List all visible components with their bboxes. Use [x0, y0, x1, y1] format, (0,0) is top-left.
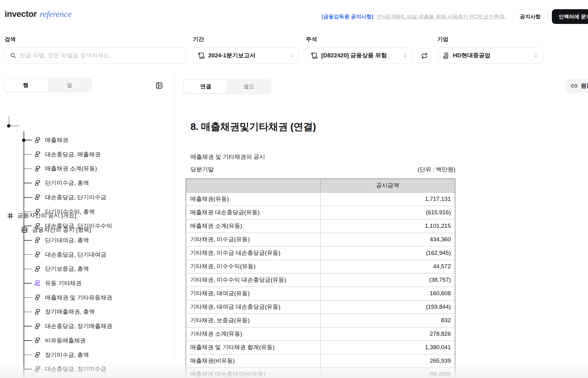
- tree-connector: [9, 116, 9, 125]
- tab-separate[interactable]: 별도: [228, 80, 271, 93]
- tree-item-label: 장기미수금, 총액: [45, 351, 89, 359]
- tree-connector: [24, 169, 32, 169]
- company-value: HD현대중공업: [453, 52, 530, 59]
- row-label: 기타채권, 미수금(유동): [186, 233, 320, 246]
- row-value: 434,360: [320, 233, 455, 246]
- tree-item-label: 대손충당금, 단기미수수익: [45, 222, 112, 230]
- notice-tag[interactable]: [금융감독원 공지사항]: [322, 13, 373, 20]
- tree-item-label: 매출채권: [45, 136, 68, 144]
- table-row: 기타채권, 대여금 대손충당금(유동)(159,844): [186, 300, 455, 314]
- table-row: 기타채권, 미수금(유동)434,360: [186, 233, 455, 246]
- table-row: 기타채권, 미수수익 대손충당금(유동)(38,757): [186, 273, 455, 287]
- logo-brand: invector: [5, 9, 37, 19]
- disclosure-table: 공시금액 매출채권(유동)1,717,131매출채권 대손충당금(유동)(615…: [186, 178, 455, 378]
- tree-connector: [24, 340, 32, 341]
- row-value: 1,380,041: [320, 341, 455, 354]
- tree-item[interactable]: 단기보증금, 총액: [34, 262, 89, 276]
- tree-item[interactable]: 장기미수금, 총액: [34, 348, 89, 362]
- row-value: (615,916): [320, 206, 455, 219]
- tree-item-label: 대손충당금, 매출채권: [45, 151, 101, 158]
- notice-link[interactable]: [안내] XBRL 파일 제출을 위해 사용중인 PC의 보안환경...: [377, 13, 506, 20]
- tree-node-icon: [34, 180, 41, 187]
- table-row: 기타채권 소계(유동)278,826: [186, 327, 455, 341]
- row-label: 기타채권, 대여금 대손충당금(유동): [186, 300, 320, 314]
- tab-rows[interactable]: 행: [4, 78, 48, 92]
- app-window: invector reference [금융감독원 공지사항] [안내] XBR…: [0, 0, 588, 378]
- tree-item-label: 대손충당금, 단기대여금: [45, 251, 107, 259]
- company-select[interactable]: HD현대중공업: [437, 47, 543, 64]
- source-button-label: 원본: [581, 82, 588, 90]
- tree-item-label: 매출채권 및 기타유동채권: [45, 294, 112, 302]
- tree-item[interactable]: 대손충당금, 매출채권: [34, 147, 101, 162]
- row-label: 매출채권 소계(유동): [186, 219, 320, 233]
- tree-connector: [24, 269, 32, 269]
- tree-item[interactable]: 매출채권 소계(유동): [34, 162, 97, 176]
- axis-tabs: 행 열: [3, 78, 92, 93]
- tree-item-label: 유동 기타채권: [45, 279, 81, 287]
- tree-item[interactable]: 대손충당금, 단기대여금: [34, 248, 107, 262]
- tree-node-icon: [34, 223, 41, 230]
- tree-connector: [24, 212, 32, 212]
- table-row: 매출채권(비유동)265,939: [186, 354, 455, 368]
- row-label: 매출채권 및 기타채권 합계(유동): [186, 341, 320, 354]
- tree-connector: [24, 254, 32, 255]
- row-value: 265,939: [320, 354, 455, 368]
- database-icon: [21, 226, 28, 234]
- tree-connector: [24, 297, 32, 298]
- row-value: 278,826: [320, 327, 455, 341]
- search-input[interactable]: [20, 52, 181, 59]
- row-label: 기타채권, 미수수익 대손충당금(유동): [186, 273, 320, 287]
- tree-item[interactable]: 매출채권 및 기타유동채권: [34, 291, 112, 305]
- tab-columns[interactable]: 열: [48, 78, 92, 92]
- content-divider: [175, 100, 588, 101]
- row-label: 기타채권, 대여금(유동): [186, 287, 320, 300]
- row-value: 832: [320, 314, 455, 327]
- table-header-empty: [186, 179, 320, 192]
- footnote-select[interactable]: [D822420] 금융상품 위험: [306, 47, 413, 64]
- tree-item[interactable]: 장기매출채권, 총액: [34, 305, 95, 319]
- swap-icon: [421, 52, 428, 59]
- tree-item[interactable]: 대손충당금, 장기매출채권: [34, 319, 112, 333]
- ai-sparkle-node-icon: [34, 280, 41, 287]
- row-label: 기타채권, 보증금(유동): [186, 314, 320, 327]
- row-value: (96,059): [320, 368, 455, 378]
- row-label: 기타채권 소계(유동): [186, 327, 320, 341]
- table-header-amount: 공시금액: [320, 179, 455, 192]
- source-button[interactable]: 원본: [565, 78, 588, 93]
- tree-item-label: 단기미수금, 총액: [45, 179, 89, 187]
- tree-item[interactable]: 유동 기타채권: [34, 276, 81, 290]
- chevron-up-down-icon: [533, 53, 538, 58]
- search-field: [5, 47, 187, 64]
- tab-consolidated[interactable]: 연결: [184, 80, 228, 93]
- sidebar-tree: 금융자산의 공시 [개요] 금융자산의 공시 [항목] 매출채권대손충당금, 매…: [0, 104, 174, 378]
- tree-item[interactable]: 대손충당금, 단기미수금: [34, 190, 107, 204]
- tree-node-icon: [34, 366, 41, 373]
- tree-item[interactable]: 대손충당금, 장기미수금: [34, 362, 107, 376]
- table-row: 기타채권, 미수수익(유동)44,572: [186, 260, 455, 273]
- footnote-label: 주석: [306, 36, 317, 43]
- tree-item[interactable]: 단기미수금, 총액: [34, 176, 89, 190]
- tree-bullet: [7, 124, 10, 128]
- scroll-icon: [198, 52, 205, 59]
- contact-button[interactable]: 인벡터에 문의: [552, 9, 588, 24]
- period-select[interactable]: 2024-1분기보고서: [193, 47, 299, 64]
- table-row: 기타채권, 대여금(유동)160,608: [186, 287, 455, 300]
- row-label: 매출채권(유동): [186, 192, 320, 206]
- notice-button[interactable]: 공지사항: [512, 9, 548, 24]
- tree-item[interactable]: 비유동매출채권: [34, 334, 86, 348]
- tree-node-icon: [34, 151, 41, 158]
- tree-item[interactable]: 매출채권: [34, 133, 68, 147]
- tree-item[interactable]: 단기대여금, 총액: [34, 233, 89, 247]
- tree-item[interactable]: 단기미수수익, 총액: [34, 205, 95, 219]
- tree-item[interactable]: 대손충당금, 단기미수수익: [34, 219, 112, 233]
- collapse-sidebar-button[interactable]: [155, 81, 164, 90]
- swap-button[interactable]: [417, 49, 431, 63]
- company-label: 기업: [437, 36, 448, 43]
- tree-connector: [24, 154, 32, 155]
- logo-suffix: reference: [40, 9, 72, 19]
- tree-item-label: 대손충당금, 장기매출채권: [45, 322, 112, 330]
- app-logo: invector reference: [5, 9, 72, 19]
- tree-item-label: 비유동매출채권: [45, 337, 86, 345]
- tree-node-icon: [34, 351, 41, 358]
- building-icon: [443, 52, 450, 59]
